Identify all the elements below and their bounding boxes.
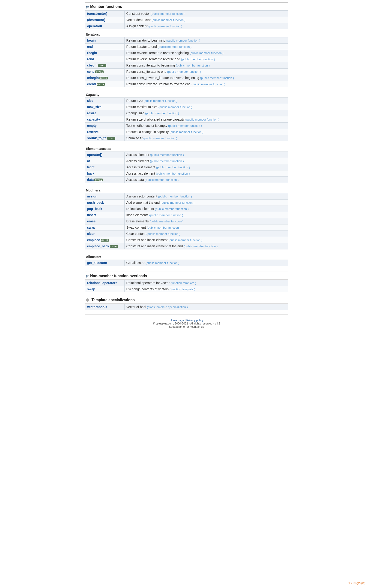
function-name-link[interactable]: emplace bbox=[87, 238, 100, 242]
function-name-link[interactable]: operator[] bbox=[87, 153, 102, 157]
function-name-link[interactable]: reserve bbox=[87, 130, 99, 134]
function-tag[interactable]: (public member function ) bbox=[200, 76, 234, 80]
function-tag[interactable]: (public member function ) bbox=[184, 245, 218, 248]
function-tag[interactable]: (public member function ) bbox=[158, 45, 192, 49]
function-name-link[interactable]: operator= bbox=[87, 24, 102, 28]
function-name-link[interactable]: front bbox=[87, 165, 95, 169]
function-name-link[interactable]: (constructor) bbox=[87, 12, 107, 15]
function-name-link[interactable]: data bbox=[87, 178, 94, 181]
function-desc: Access data (public member function ) bbox=[124, 177, 288, 183]
function-name-link[interactable]: crbegin bbox=[87, 76, 99, 80]
function-name-link[interactable]: relational operators bbox=[87, 281, 117, 285]
table-row: clearClear content (public member functi… bbox=[85, 231, 288, 237]
function-desc: Return iterator to end (public member fu… bbox=[124, 44, 288, 50]
table-row: operator=Assign content (public member f… bbox=[85, 23, 288, 29]
function-name-link[interactable]: max_size bbox=[87, 105, 101, 109]
function-tag[interactable]: (public member function ) bbox=[148, 24, 182, 28]
function-desc: Access element (public member function ) bbox=[124, 152, 288, 158]
function-tag[interactable]: (public member function ) bbox=[143, 99, 177, 103]
function-desc: Return const_reverse_iterator to reverse… bbox=[124, 75, 288, 81]
function-desc: Test whether vector is empty (public mem… bbox=[124, 123, 288, 129]
function-name-link[interactable]: empty bbox=[87, 124, 97, 127]
function-desc: Return maximum size (public member funct… bbox=[124, 104, 288, 110]
function-name-link[interactable]: (destructor) bbox=[87, 18, 105, 22]
function-tag[interactable]: (public member function ) bbox=[167, 70, 201, 74]
table-row: emplaceC++11Construct and insert element… bbox=[85, 237, 288, 243]
function-tag[interactable]: (public member function ) bbox=[146, 261, 180, 265]
function-name-link[interactable]: begin bbox=[87, 39, 96, 42]
subsection-table: beginReturn iterator to beginning (publi… bbox=[85, 37, 288, 87]
function-name-link[interactable]: at bbox=[87, 159, 90, 163]
function-name-link[interactable]: get_allocator bbox=[87, 261, 107, 265]
function-tag[interactable]: (public member function ) bbox=[158, 195, 192, 198]
function-tag[interactable]: (public member function ) bbox=[168, 238, 202, 242]
table-row: crendC++11Return const_reverse_iterator … bbox=[85, 81, 288, 87]
table-row: swapExchange contents of vectors (functi… bbox=[85, 286, 288, 292]
function-tag[interactable]: (public member function ) bbox=[166, 39, 200, 42]
function-name-link[interactable]: size bbox=[87, 99, 93, 103]
function-tag[interactable]: (public member function ) bbox=[146, 232, 180, 236]
function-desc: Return size of allocated storage capacit… bbox=[124, 116, 288, 123]
function-desc: Return reverse iterator to reverse end (… bbox=[124, 56, 288, 62]
function-name-link[interactable]: resize bbox=[87, 111, 96, 115]
function-name-link[interactable]: cbegin bbox=[87, 63, 98, 67]
privacy-link[interactable]: Privacy policy bbox=[186, 319, 203, 322]
function-name-link[interactable]: crend bbox=[87, 82, 96, 86]
function-name-link[interactable]: insert bbox=[87, 213, 96, 217]
function-name-link[interactable]: vector<bool> bbox=[87, 305, 108, 309]
function-tag[interactable]: (public member function ) bbox=[185, 118, 219, 121]
function-tag[interactable]: (function template ) bbox=[171, 281, 196, 285]
table-row: crbeginC++11Return const_reverse_iterato… bbox=[85, 75, 288, 81]
function-name-link[interactable]: back bbox=[87, 172, 95, 175]
home-link[interactable]: Home page bbox=[170, 319, 184, 322]
function-tag[interactable]: (public member function ) bbox=[161, 201, 194, 204]
table-row: (constructor)Construct vector (public me… bbox=[85, 11, 288, 17]
function-name-link[interactable]: pop_back bbox=[87, 207, 102, 211]
function-tag[interactable]: (public member function ) bbox=[181, 58, 215, 61]
function-tag[interactable]: (public member function ) bbox=[168, 124, 202, 127]
function-tag[interactable]: (public member function ) bbox=[159, 105, 192, 109]
function-name-link[interactable]: rbegin bbox=[87, 51, 97, 55]
function-tag[interactable]: (public member function ) bbox=[147, 226, 181, 229]
function-name-link[interactable]: cend bbox=[87, 70, 95, 74]
function-tag[interactable]: (public member function ) bbox=[170, 130, 203, 134]
function-tag[interactable]: (public member function ) bbox=[156, 172, 190, 175]
table-row: emplace_backC++11Construct and insert el… bbox=[85, 243, 288, 249]
table-row: atAccess element (public member function… bbox=[85, 158, 288, 164]
table-row: rendReturn reverse iterator to reverse e… bbox=[85, 56, 288, 62]
function-name-link[interactable]: erase bbox=[87, 220, 96, 223]
function-tag[interactable]: (public member function ) bbox=[155, 207, 189, 211]
function-tag[interactable]: (public member function ) bbox=[156, 166, 190, 169]
function-tag[interactable]: (public member function ) bbox=[145, 112, 179, 115]
function-tag[interactable]: (public member function ) bbox=[150, 153, 184, 157]
function-name-link[interactable]: clear bbox=[87, 232, 95, 236]
function-tag[interactable]: (public member function ) bbox=[192, 83, 225, 86]
member-functions-top-table: (constructor)Construct vector (public me… bbox=[85, 10, 288, 29]
function-name-link[interactable]: end bbox=[87, 45, 93, 49]
function-tag[interactable]: (public member function ) bbox=[143, 136, 177, 140]
function-name-link[interactable]: rend bbox=[87, 57, 94, 61]
function-desc: Exchange contents of vectors (function t… bbox=[124, 286, 288, 292]
function-name-link[interactable]: swap bbox=[87, 287, 95, 291]
function-tag[interactable]: (public member function ) bbox=[190, 51, 223, 55]
function-name-link[interactable]: swap bbox=[87, 226, 95, 229]
function-tag[interactable]: (public member function ) bbox=[145, 178, 179, 181]
function-tag[interactable]: (class template specialization ) bbox=[147, 305, 188, 309]
function-tag[interactable]: (public member function ) bbox=[150, 220, 184, 223]
function-name-link[interactable]: assign bbox=[87, 194, 97, 198]
function-name-link[interactable]: push_back bbox=[87, 201, 104, 204]
circle-icon bbox=[86, 298, 89, 302]
function-tag[interactable]: (public member function ) bbox=[151, 18, 185, 22]
function-name-link[interactable]: shrink_to_fit bbox=[87, 136, 107, 140]
function-tag[interactable]: (public member function ) bbox=[176, 64, 210, 67]
function-desc: Relational operators for vector (functio… bbox=[124, 280, 288, 286]
function-tag[interactable]: (public member function ) bbox=[149, 213, 183, 217]
table-row: vector<bool>Vector of bool (class templa… bbox=[85, 304, 288, 310]
subsection-table: get_allocatorGet allocator (public membe… bbox=[85, 260, 288, 266]
function-name-link[interactable]: emplace_back bbox=[87, 244, 109, 248]
subsection-label: Capacity: bbox=[85, 91, 288, 97]
function-name-link[interactable]: capacity bbox=[87, 117, 100, 121]
function-tag[interactable]: (function template ) bbox=[170, 288, 195, 291]
function-tag[interactable]: (public member function ) bbox=[151, 12, 184, 15]
function-tag[interactable]: (public member function ) bbox=[150, 159, 184, 163]
